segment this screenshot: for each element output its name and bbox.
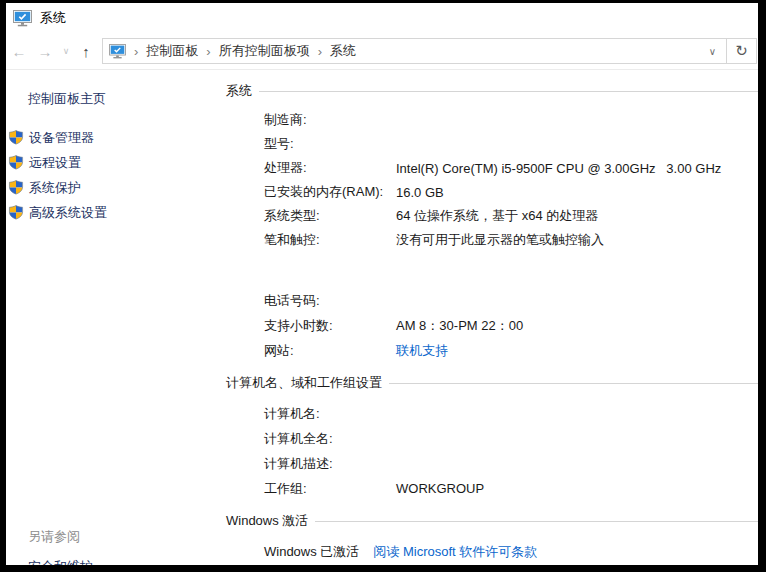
sidebar-item-device-manager[interactable]: 设备管理器 bbox=[6, 125, 220, 150]
row-label: 网站: bbox=[264, 342, 396, 360]
title-bar: 系统 bbox=[6, 3, 758, 33]
row-label: 计算机描述: bbox=[264, 455, 396, 473]
breadcrumb-chevron-icon: › bbox=[198, 44, 218, 59]
row-pen-touch: 笔和触控: 没有可用于此显示器的笔或触控输入 bbox=[220, 228, 758, 252]
uac-shield-icon bbox=[8, 130, 24, 145]
activation-status: Windows 已激活 bbox=[264, 543, 359, 561]
system-window: 系统 ← → ∨ ↑ › 控制面板 › bbox=[6, 3, 758, 565]
forward-button[interactable]: → bbox=[32, 43, 58, 60]
sidebar: 控制面板主页 bbox=[6, 70, 220, 565]
sidebar-item-remote-settings[interactable]: 远程设置 bbox=[6, 150, 220, 175]
row-processor: 处理器: Intel(R) Core(TM) i5-9500F CPU @ 3.… bbox=[220, 156, 758, 180]
license-terms-link[interactable]: 阅读 Microsoft 软件许可条款 bbox=[373, 543, 537, 561]
see-also-heading: 另请参阅 bbox=[28, 528, 93, 546]
row-label: 支持小时数: bbox=[264, 317, 396, 335]
breadcrumb-control-panel[interactable]: 控制面板 bbox=[146, 42, 198, 60]
section-rule bbox=[259, 91, 758, 92]
window-body: 控制面板主页 bbox=[6, 70, 758, 565]
row-label: 工作组: bbox=[264, 480, 396, 498]
section-title: Windows 激活 bbox=[226, 512, 308, 530]
window-title: 系统 bbox=[40, 9, 66, 27]
row-value: 16.0 GB bbox=[396, 185, 444, 200]
row-label: 处理器: bbox=[264, 159, 396, 177]
section-title: 计算机名、域和工作组设置 bbox=[226, 374, 382, 392]
row-installed-ram: 已安装的内存(RAM): 16.0 GB bbox=[220, 180, 758, 204]
address-bar[interactable]: › 控制面板 › 所有控制面板项 › 系统 ∨ bbox=[102, 38, 727, 64]
system-monitor-icon-small bbox=[109, 44, 126, 59]
row-label: 已安装的内存(RAM): bbox=[264, 183, 396, 201]
activation-row: Windows 已激活 阅读 Microsoft 软件许可条款 bbox=[220, 540, 758, 564]
system-monitor-icon bbox=[13, 10, 32, 27]
row-phone-number: 电话号码: bbox=[220, 288, 758, 313]
row-computer-name: 计算机名: bbox=[220, 401, 758, 426]
row-label: 型号: bbox=[264, 135, 396, 153]
row-system-type: 系统类型: 64 位操作系统，基于 x64 的处理器 bbox=[220, 204, 758, 228]
support-rows: 电话号码: 支持小时数: AM 8：30-PM 22：00 网站: 联机支持 bbox=[220, 288, 758, 363]
row-value: AM 8：30-PM 22：00 bbox=[396, 317, 523, 335]
row-model: 型号: bbox=[220, 132, 758, 156]
row-label: 制造商: bbox=[264, 111, 396, 129]
recent-locations-chevron-icon[interactable]: ∨ bbox=[58, 46, 74, 56]
computer-name-rows: 计算机名: 计算机全名: 计算机描述: 工作组: WORKGROUP bbox=[220, 401, 758, 501]
address-dropdown-chevron-icon[interactable]: ∨ bbox=[705, 46, 720, 57]
row-workgroup: 工作组: WORKGROUP bbox=[220, 476, 758, 501]
section-header-system: 系统 bbox=[220, 83, 758, 99]
main-content: 系统 制造商: 型号: 处理器: Intel(R) Core(TM) i5-95… bbox=[220, 70, 758, 565]
row-value: Intel(R) Core(TM) i5-9500F CPU @ 3.00GHz… bbox=[396, 161, 721, 176]
uac-shield-icon bbox=[8, 180, 24, 195]
row-label: 电话号码: bbox=[264, 292, 396, 310]
breadcrumb-chevron-icon: › bbox=[310, 44, 330, 59]
uac-shield-icon bbox=[8, 155, 24, 170]
row-label: 系统类型: bbox=[264, 207, 396, 225]
row-value: 64 位操作系统，基于 x64 的处理器 bbox=[396, 207, 598, 225]
row-value: WORKGROUP bbox=[396, 481, 484, 496]
sidebar-item-label: 设备管理器 bbox=[29, 129, 94, 147]
row-computer-description: 计算机描述: bbox=[220, 451, 758, 476]
navigation-bar: ← → ∨ ↑ › 控制面板 › 所有控制面板项 › bbox=[6, 33, 758, 70]
sidebar-item-advanced-system-settings[interactable]: 高级系统设置 bbox=[6, 200, 220, 225]
section-header-computer-name: 计算机名、域和工作组设置 bbox=[220, 375, 758, 391]
breadcrumb-chevron-icon: › bbox=[126, 44, 146, 59]
breadcrumb-all-items[interactable]: 所有控制面板项 bbox=[219, 42, 310, 60]
row-website: 网站: 联机支持 bbox=[220, 338, 758, 363]
section-header-windows-activation: Windows 激活 bbox=[220, 513, 758, 529]
screen: 系统 ← → ∨ ↑ › 控制面板 › bbox=[0, 0, 766, 572]
back-button[interactable]: ← bbox=[6, 43, 32, 60]
sidebar-item-security-and-maintenance[interactable]: 安全和维护 bbox=[28, 558, 93, 565]
system-rows: 制造商: 型号: 处理器: Intel(R) Core(TM) i5-9500F… bbox=[220, 108, 758, 252]
breadcrumb-system[interactable]: 系统 bbox=[330, 42, 356, 60]
uac-shield-icon bbox=[8, 205, 24, 220]
sidebar-item-system-protection[interactable]: 系统保护 bbox=[6, 175, 220, 200]
row-value: 没有可用于此显示器的笔或触控输入 bbox=[396, 231, 604, 249]
refresh-button[interactable]: ↻ bbox=[727, 38, 757, 64]
row-support-hours: 支持小时数: AM 8：30-PM 22：00 bbox=[220, 313, 758, 338]
sidebar-item-label: 远程设置 bbox=[29, 154, 81, 172]
section-rule bbox=[389, 383, 758, 384]
sidebar-item-control-panel-home[interactable]: 控制面板主页 bbox=[28, 90, 220, 108]
row-label: 笔和触控: bbox=[264, 231, 396, 249]
row-full-computer-name: 计算机全名: bbox=[220, 426, 758, 451]
row-manufacturer: 制造商: bbox=[220, 108, 758, 132]
refresh-icon: ↻ bbox=[735, 42, 748, 60]
sidebar-item-label: 高级系统设置 bbox=[29, 204, 107, 222]
sidebar-item-label: 系统保护 bbox=[29, 179, 81, 197]
up-button[interactable]: ↑ bbox=[74, 43, 98, 60]
sidebar-bottom: 另请参阅 安全和维护 bbox=[28, 528, 93, 565]
section-title: 系统 bbox=[226, 82, 252, 100]
row-label: 计算机全名: bbox=[264, 430, 396, 448]
section-rule bbox=[315, 521, 758, 522]
row-label: 计算机名: bbox=[264, 405, 396, 423]
online-support-link[interactable]: 联机支持 bbox=[396, 342, 448, 360]
